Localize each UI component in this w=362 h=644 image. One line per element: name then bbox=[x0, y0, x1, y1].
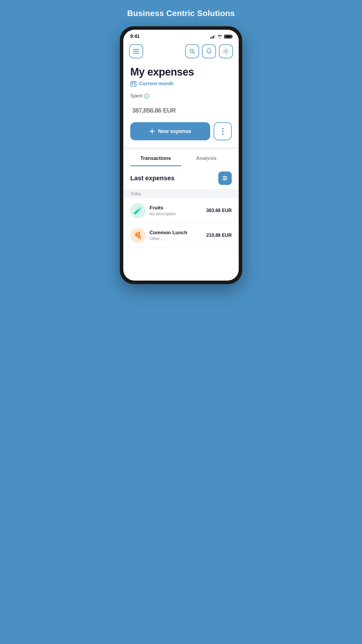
expense-name-fruits: Fruits bbox=[150, 205, 202, 211]
signal-icon bbox=[210, 34, 215, 38]
search-button[interactable] bbox=[185, 44, 199, 58]
status-time: 9:41 bbox=[130, 34, 140, 39]
svg-point-19 bbox=[224, 176, 225, 177]
info-icon: i bbox=[144, 94, 149, 99]
expense-desc-lunch: Other... bbox=[150, 236, 202, 241]
svg-point-5 bbox=[225, 50, 227, 52]
menu-button[interactable] bbox=[129, 44, 143, 58]
app-title: Business Centric Solutions bbox=[127, 9, 235, 18]
status-bar: 9:41 bbox=[123, 30, 239, 41]
filter-button[interactable] bbox=[218, 172, 232, 185]
more-options-button[interactable] bbox=[214, 122, 232, 140]
nav-icons-right bbox=[185, 44, 233, 58]
svg-rect-2 bbox=[133, 53, 139, 54]
tab-analysis[interactable]: Analysis bbox=[181, 150, 232, 166]
fruits-emoji: 🧪 bbox=[133, 206, 142, 215]
plus-icon bbox=[149, 128, 155, 134]
notifications-button[interactable] bbox=[202, 44, 216, 58]
lunch-emoji: 🍕 bbox=[133, 231, 142, 239]
tab-transactions[interactable]: Transactions bbox=[130, 150, 181, 166]
action-row: New expense bbox=[130, 122, 232, 140]
svg-point-21 bbox=[224, 179, 225, 181]
expense-info-fruits: Fruits No description bbox=[150, 205, 202, 216]
last-expenses-title: Last expenses bbox=[130, 174, 175, 182]
new-expense-button[interactable]: New expense bbox=[130, 122, 210, 140]
settings-button[interactable] bbox=[219, 44, 233, 58]
svg-text:i: i bbox=[146, 95, 147, 98]
dots-vertical-icon bbox=[222, 128, 224, 135]
wifi-icon bbox=[217, 34, 222, 38]
expense-item-lunch[interactable]: 🍕 Common Lunch Other... 210.88 EUR bbox=[123, 223, 239, 248]
svg-point-20 bbox=[225, 178, 226, 179]
section-date-today: Today bbox=[123, 189, 239, 198]
sliders-icon bbox=[222, 175, 228, 181]
expense-amount-lunch: 210.88 EUR bbox=[206, 233, 232, 238]
svg-line-4 bbox=[193, 52, 194, 54]
svg-rect-6 bbox=[131, 82, 136, 87]
svg-rect-1 bbox=[133, 51, 139, 52]
last-expenses-header: Last expenses bbox=[123, 166, 239, 189]
menu-icon bbox=[133, 49, 139, 54]
svg-rect-0 bbox=[133, 49, 139, 50]
phone-screen: 9:41 bbox=[123, 30, 239, 281]
main-content: My expenses Current month Spent i bbox=[123, 63, 239, 140]
calendar-icon bbox=[130, 80, 137, 87]
section-divider bbox=[123, 147, 239, 150]
date-filter-text: Current month bbox=[139, 81, 173, 87]
expense-amount-fruits: 383.68 EUR bbox=[206, 208, 232, 213]
svg-rect-11 bbox=[134, 84, 135, 85]
search-icon bbox=[189, 48, 195, 54]
page-title: My expenses bbox=[130, 66, 232, 78]
expense-desc-fruits: No description bbox=[150, 211, 202, 216]
svg-rect-10 bbox=[132, 84, 133, 85]
spent-label: Spent i bbox=[130, 93, 232, 99]
battery-icon bbox=[224, 35, 232, 38]
bell-icon bbox=[206, 48, 212, 55]
tabs: Transactions Analysis bbox=[123, 150, 239, 166]
phone-shell: 9:41 bbox=[120, 26, 242, 284]
expense-icon-lunch: 🍕 bbox=[130, 228, 145, 243]
expense-icon-fruits: 🧪 bbox=[130, 203, 145, 218]
status-icons bbox=[210, 34, 232, 38]
spent-amount: 387,856.86EUR bbox=[130, 100, 232, 116]
gear-icon bbox=[223, 48, 229, 55]
expense-item[interactable]: 🧪 Fruits No description 383.68 EUR bbox=[123, 198, 239, 223]
top-nav bbox=[123, 41, 239, 63]
expense-name-lunch: Common Lunch bbox=[150, 230, 202, 236]
date-filter[interactable]: Current month bbox=[130, 80, 232, 87]
expense-info-lunch: Common Lunch Other... bbox=[150, 230, 202, 241]
